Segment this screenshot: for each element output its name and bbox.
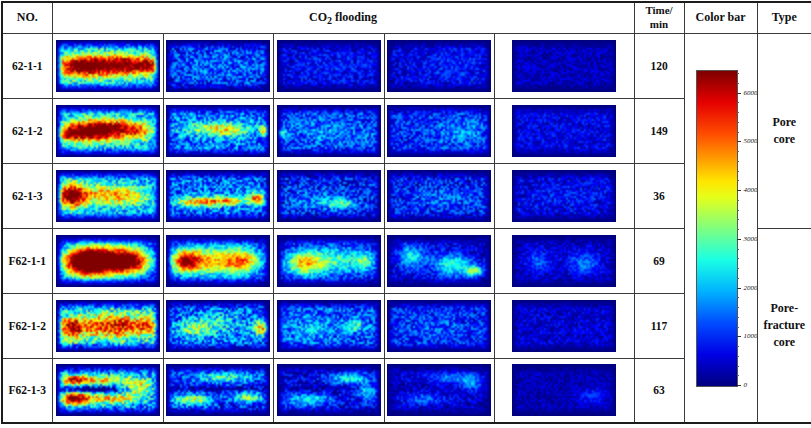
- header-type: Type: [757, 2, 811, 33]
- mri-heatmap-image: [277, 40, 381, 92]
- table-row: 62-1-1 120 60000500004000030000200001000…: [2, 33, 811, 98]
- colorbar-minor-tick: [737, 346, 739, 347]
- colorbar-minor-tick: [737, 171, 739, 172]
- mri-heatmap-image: [387, 170, 491, 222]
- colorbar-major-tick: [737, 288, 741, 289]
- colorbar-major-tick: [737, 141, 741, 142]
- mri-heatmap-image: [512, 170, 616, 222]
- colorbar-minor-tick: [737, 200, 739, 201]
- time-value: 117: [634, 293, 684, 358]
- sample-id: 62-1-3: [2, 163, 52, 228]
- colorbar-major-tick: [737, 336, 741, 337]
- colorbar-major-tick: [737, 93, 741, 94]
- header-co2-flooding: CO2 flooding: [52, 2, 634, 33]
- colorbar-tick-label: 30000: [744, 236, 758, 243]
- mri-heatmap-image: [277, 170, 381, 222]
- mri-heatmap-image: [387, 105, 491, 157]
- mri-heatmap-image: [166, 170, 270, 222]
- colorbar-minor-tick: [737, 132, 739, 133]
- mri-heatmap-image: [512, 235, 616, 287]
- header-row: NO. CO2 flooding Time/ min Color bar Typ…: [2, 2, 811, 33]
- sample-id: 62-1-2: [2, 98, 52, 163]
- sample-id: F62-1-2: [2, 293, 52, 358]
- mri-heatmap-image: [56, 364, 160, 416]
- colorbar-minor-tick: [737, 122, 739, 123]
- colorbar-minor-tick: [737, 73, 739, 74]
- mri-heatmap-image: [387, 235, 491, 287]
- colorbar-minor-tick: [737, 151, 739, 152]
- flooding-text: flooding: [332, 10, 377, 24]
- header-no: NO.: [2, 2, 52, 33]
- colorbar-tick-label: 40000: [744, 187, 758, 194]
- mri-heatmap-image: [512, 40, 616, 92]
- mri-heatmap-image: [512, 105, 616, 157]
- mri-heatmap-image: [387, 364, 491, 416]
- mri-heatmap-image: [56, 235, 160, 287]
- type-pore-core: Pore core: [757, 33, 811, 228]
- colorbar-minor-tick: [737, 161, 739, 162]
- mri-heatmap-image: [512, 300, 616, 352]
- mri-heatmap-image: [277, 300, 381, 352]
- time-value: 120: [634, 33, 684, 98]
- mri-heatmap-image: [166, 40, 270, 92]
- sample-id: F62-1-3: [2, 358, 52, 423]
- colorbar-minor-tick: [737, 307, 739, 308]
- header-time: Time/ min: [634, 2, 684, 33]
- colorbar-tick-label: 50000: [744, 138, 758, 145]
- colorbar-minor-tick: [737, 112, 739, 113]
- figure-table: NO. CO2 flooding Time/ min Color bar Typ…: [1, 1, 810, 424]
- sample-id: 62-1-1: [2, 33, 52, 98]
- colorbar-minor-tick: [737, 102, 739, 103]
- colorbar-gradient: [696, 70, 738, 387]
- sample-id: F62-1-1: [2, 228, 52, 293]
- mri-heatmap-image: [166, 235, 270, 287]
- mri-heatmap-image: [512, 364, 616, 416]
- colorbar-minor-tick: [737, 317, 739, 318]
- time-value: 36: [634, 163, 684, 228]
- colorbar-minor-tick: [737, 249, 739, 250]
- mri-heatmap-image: [277, 105, 381, 157]
- colorbar-minor-tick: [737, 356, 739, 357]
- type-pore-fracture-core: Pore- fracture core: [757, 228, 811, 423]
- colorbar-minor-tick: [737, 219, 739, 220]
- colorbar-minor-tick: [737, 297, 739, 298]
- mri-heatmap-image: [56, 105, 160, 157]
- colorbar-minor-tick: [737, 268, 739, 269]
- colorbar-tick-label: 20000: [744, 285, 758, 292]
- time-value: 149: [634, 98, 684, 163]
- mri-heatmap-image: [277, 364, 381, 416]
- colorbar-minor-tick: [737, 366, 739, 367]
- colorbar-tick-label: 0: [744, 382, 748, 389]
- mri-heatmap-image: [166, 300, 270, 352]
- colorbar-minor-tick: [737, 258, 739, 259]
- colorbar-tick-label: 10000: [744, 333, 758, 340]
- header-colorbar: Color bar: [684, 2, 757, 33]
- mri-heatmap-image: [56, 170, 160, 222]
- colorbar-minor-tick: [737, 278, 739, 279]
- colorbar-minor-tick: [737, 180, 739, 181]
- mri-heatmap-image: [277, 235, 381, 287]
- time-value: 69: [634, 228, 684, 293]
- time-value: 63: [634, 358, 684, 423]
- co2-text: CO: [309, 10, 327, 24]
- colorbar-minor-tick: [737, 229, 739, 230]
- colorbar-major-tick: [737, 190, 741, 191]
- mri-heatmap-image: [56, 40, 160, 92]
- mri-heatmap-image: [56, 300, 160, 352]
- mri-heatmap-image: [387, 40, 491, 92]
- mri-heatmap-image: [166, 364, 270, 416]
- colorbar-major-tick: [737, 239, 741, 240]
- colorbar-major-tick: [737, 385, 741, 386]
- co2-flooding-results-table: NO. CO2 flooding Time/ min Color bar Typ…: [1, 1, 811, 424]
- colorbar-minor-tick: [737, 83, 739, 84]
- colorbar-tick-label: 60000: [744, 90, 758, 97]
- colorbar-minor-tick: [737, 210, 739, 211]
- mri-heatmap-image: [387, 300, 491, 352]
- colorbar-minor-tick: [737, 375, 739, 376]
- colorbar-cell: 6000050000400003000020000100000: [684, 33, 757, 423]
- colorbar: 6000050000400003000020000100000: [696, 70, 758, 385]
- colorbar-minor-tick: [737, 327, 739, 328]
- mri-heatmap-image: [166, 105, 270, 157]
